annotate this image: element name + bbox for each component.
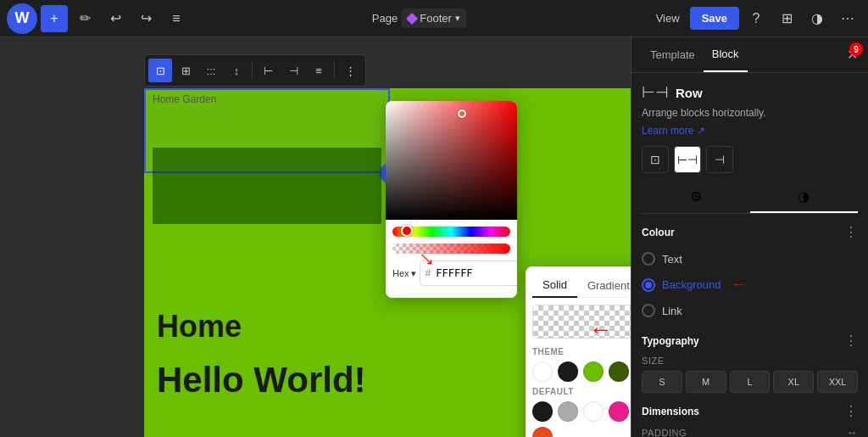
style-icon-2[interactable]: ⊢⊣ (674, 146, 701, 173)
background-color-option[interactable]: Background ← (642, 271, 858, 299)
size-s-button[interactable]: S (642, 371, 682, 393)
page-label: Page (372, 12, 398, 25)
colour-section-label: Colour ⋮ (642, 224, 858, 240)
style-icon-3[interactable]: ⊣ (706, 146, 733, 173)
size-xl-button[interactable]: XL (773, 371, 814, 393)
toolbar-center: Page Footer ▾ (190, 8, 649, 28)
block-align-left-button[interactable]: ⊢ (256, 59, 280, 82)
swatch-dark-green[interactable] (609, 361, 629, 382)
hex-format-select[interactable]: Hex ▾ (392, 268, 416, 279)
help-button[interactable]: ? (743, 5, 770, 32)
add-block-button[interactable]: + (41, 5, 68, 32)
canvas-text-home: Home (157, 309, 242, 345)
block-align-right-button[interactable]: ≡ (307, 59, 331, 82)
toolbar-left: W + ✏ ↩ ↪ ≡ (7, 3, 190, 34)
typography-label-text: Typography (642, 335, 699, 347)
solid-tab[interactable]: Solid (532, 273, 577, 298)
padding-label: PADDING ↔ (642, 426, 858, 437)
save-button[interactable]: Save (690, 7, 739, 30)
template-tab[interactable]: Template (642, 38, 704, 71)
radio-inner (645, 282, 652, 289)
style-icon-1[interactable]: ⊡ (642, 146, 669, 173)
layout-button[interactable]: ⊞ (773, 5, 800, 32)
size-buttons: S M L XL XXL (642, 371, 858, 393)
block-type-button[interactable]: ⊡ (148, 59, 172, 82)
color-gradient-area[interactable] (386, 101, 517, 220)
typography-options-button[interactable]: ⋮ (844, 333, 858, 349)
block-grid-button[interactable]: ⊞ (174, 59, 198, 82)
size-xxl-button[interactable]: XXL (817, 371, 858, 393)
default-label: DEFAULT (532, 387, 631, 396)
text-color-label: Text (662, 253, 682, 266)
colour-options-button[interactable]: ⋮ (844, 224, 858, 240)
top-toolbar: W + ✏ ↩ ↪ ≡ Page Footer ▾ View Save ? ⊞ … (0, 0, 868, 37)
color-picker-popup: Hex ▾ # ⊡ (386, 101, 517, 298)
block-more-button[interactable]: ⋮ (338, 59, 362, 82)
dimensions-options-button[interactable]: ⋮ (844, 403, 858, 419)
page-tag[interactable]: Footer ▾ (401, 8, 467, 28)
theme-swatches-row (532, 361, 631, 382)
contrast-button[interactable]: ◑ (804, 5, 831, 32)
block-type-title: Row (676, 86, 703, 100)
size-m-button[interactable]: M (686, 371, 726, 393)
text-radio (642, 252, 655, 266)
swatch-d6[interactable] (532, 427, 553, 437)
contrast-icon: ◑ (798, 188, 810, 204)
hex-input[interactable] (431, 264, 517, 283)
opacity-slider[interactable] (392, 244, 510, 254)
pencil-button[interactable]: ✏ (71, 5, 98, 32)
link-color-option[interactable]: Link (642, 299, 858, 322)
hex-row: Hex ▾ # ⊡ (392, 261, 510, 286)
color-picker-handle[interactable] (458, 109, 466, 118)
swatch-black[interactable] (558, 361, 578, 382)
main-area: ⊡ ⊞ ::: ↕ ⊢ ⊣ ≡ ⋮ Home Garden + Home Hel… (0, 37, 868, 437)
hue-handle (401, 225, 413, 237)
swatches-tabs: Solid Gradient (532, 273, 631, 298)
block-align-center-button[interactable]: ⊣ (281, 59, 305, 82)
canvas-area: ⊡ ⊞ ::: ↕ ⊢ ⊣ ≡ ⋮ Home Garden + Home Hel… (0, 37, 631, 437)
chevron-down-icon: ▾ (455, 13, 460, 24)
block-arrow-button[interactable]: ↕ (225, 59, 248, 82)
wp-logo[interactable]: W (7, 3, 37, 34)
swatch-d1[interactable] (532, 401, 553, 422)
gear-icon: ⚙ (690, 188, 702, 204)
size-l-button[interactable]: L (730, 371, 771, 393)
default-swatches-row (532, 401, 631, 437)
swatch-d4[interactable] (609, 401, 629, 422)
swatch-d3[interactable] (583, 401, 604, 422)
size-label: SIZE (642, 356, 858, 366)
more-options-button[interactable]: ⋯ (834, 5, 861, 32)
view-button[interactable]: View (649, 8, 687, 28)
typography-section: Typography ⋮ SIZE S M L XL XXL (642, 333, 858, 393)
transparent-preview[interactable] (532, 305, 631, 339)
hash-symbol: # (426, 267, 431, 279)
dimensions-label-text: Dimensions (642, 406, 699, 417)
toolbar-right: View Save ? ⊞ ◑ ⋯ (649, 5, 861, 32)
typography-section-label: Typography ⋮ (642, 333, 858, 349)
swatches-popup: Solid Gradient THEME DEFAULT (526, 266, 631, 437)
dimensions-section: Dimensions ⋮ PADDING ↔ TOP 2 (642, 403, 858, 437)
block-dots-button[interactable]: ::: (199, 59, 223, 82)
swatch-green[interactable] (583, 361, 604, 382)
settings-tab[interactable]: ⚙ (642, 182, 750, 213)
hue-slider[interactable] (392, 227, 510, 237)
swatch-d2[interactable] (558, 401, 578, 422)
list-button[interactable]: ≡ (163, 5, 190, 32)
padding-icon: ↔ (846, 426, 858, 437)
link-color-label: Link (662, 305, 682, 317)
colour-label-text: Colour (642, 227, 675, 238)
text-color-option[interactable]: Text (642, 247, 858, 271)
dark-overlay-block (153, 148, 381, 224)
undo-button[interactable]: ↩ (102, 5, 129, 32)
link-radio (642, 304, 655, 317)
block-style-icons: ⊡ ⊢⊣ ⊣ (642, 146, 858, 173)
gradient-tab[interactable]: Gradient (577, 273, 631, 297)
toolbar-divider-2 (334, 62, 335, 79)
page-diamond-icon (406, 12, 418, 24)
dimensions-section-label: Dimensions ⋮ (642, 403, 858, 419)
block-tab[interactable]: Block (704, 37, 748, 72)
styles-tab[interactable]: ◑ (750, 182, 859, 213)
learn-more-link[interactable]: Learn more ↗ (642, 125, 705, 137)
redo-button[interactable]: ↪ (132, 5, 159, 32)
swatch-white[interactable] (532, 361, 553, 382)
